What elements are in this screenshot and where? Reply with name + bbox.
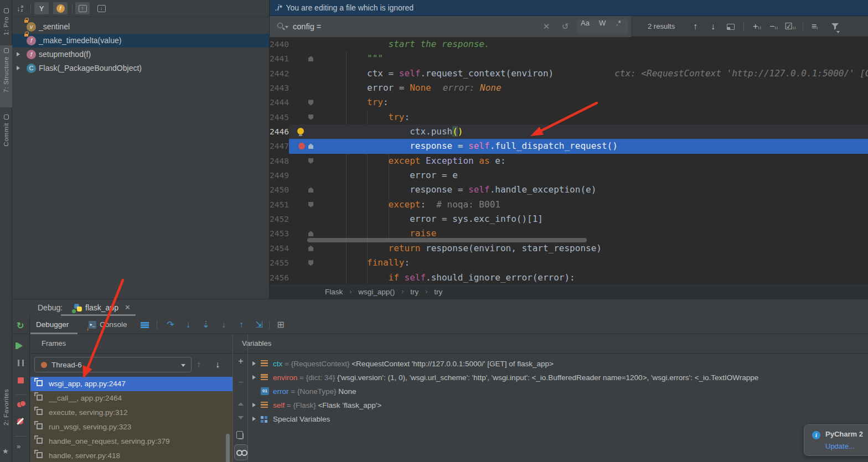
thread-selector[interactable]: Thread-6: [34, 357, 192, 372]
previous-frame-icon[interactable]: ↑: [197, 354, 201, 376]
layout-settings-icon[interactable]: [141, 322, 149, 328]
code-line-2456[interactable]: 2456 if self.should_ignore_error(error):: [270, 271, 868, 284]
words-toggle[interactable]: W: [599, 16, 606, 30]
sort-alphabetically-icon[interactable]: ↓ az: [13, 2, 27, 14]
search-history-icon[interactable]: ↺: [559, 16, 572, 37]
frame-row[interactable]: execute, serving.py:312: [30, 406, 232, 420]
toolwindow-button-structure[interactable]: 7: Structure: [0, 45, 12, 107]
close-tab-icon[interactable]: ✕: [125, 299, 131, 316]
breakpoint-icon[interactable]: [298, 143, 305, 149]
step-out-icon[interactable]: ↑: [234, 316, 249, 334]
frame-row[interactable]: handle_one_request, serving.py:379: [30, 434, 232, 449]
expand-all-icon[interactable]: ↑: [75, 2, 90, 14]
breadcrumb-item[interactable]: try: [434, 288, 442, 296]
code-line-2447[interactable]: 2447 response = self.full_dispatch_reque…: [270, 139, 868, 153]
move-down-icon[interactable]: [238, 416, 244, 419]
resume-icon[interactable]: [17, 342, 23, 349]
fold-up-icon[interactable]: [308, 231, 313, 236]
step-into-my-code-icon[interactable]: ⇣: [199, 316, 213, 334]
move-up-icon[interactable]: [238, 402, 244, 406]
code-line-2442[interactable]: 2442 ctx = self.request_context(environ)…: [270, 66, 868, 81]
search-input[interactable]: config = ✕ ↺ Aa W .*: [270, 16, 631, 37]
frame-row[interactable]: wsgi_app, app.py:2447: [30, 377, 232, 391]
fold-down-icon[interactable]: [308, 158, 313, 164]
remove-watch-icon[interactable]: −: [233, 377, 249, 387]
code-area[interactable]: 2440 start the response.2441 """2442 ctx…: [270, 37, 868, 284]
code-line-2452[interactable]: 2452 error = sys.exc_info()[1]: [270, 212, 868, 226]
structure-item[interactable]: v_sentinel: [12, 20, 269, 34]
match-case-toggle[interactable]: Aa: [581, 16, 590, 30]
expand-arrow-icon[interactable]: [252, 361, 256, 366]
add-watch-icon[interactable]: +: [233, 356, 249, 366]
add-occurrence-icon[interactable]: +II: [751, 16, 764, 39]
remove-occurrence-icon[interactable]: −II: [767, 16, 781, 39]
variable-row[interactable]: self = {Flask} <Flask 'flask_app'>: [249, 398, 868, 412]
variable-row[interactable]: 01error = {NoneType} None: [249, 385, 868, 398]
view-breakpoints-icon[interactable]: [17, 402, 22, 407]
collapse-all-icon[interactable]: ↓: [94, 2, 108, 14]
code-line-2445[interactable]: 2445 try:: [270, 110, 868, 124]
code-line-2443[interactable]: 2443 error = Noneerror: None: [270, 81, 868, 95]
code-line-2449[interactable]: 2449 error = e: [270, 168, 868, 183]
frames-vertical-scrollbar[interactable]: [226, 434, 230, 462]
breadcrumb-item[interactable]: Flask: [325, 288, 343, 296]
code-line-2441[interactable]: 2441 """: [270, 51, 868, 66]
mute-breakpoints-icon[interactable]: [17, 418, 23, 424]
toolwindow-button-favorites[interactable]: 2: Favorites: [0, 386, 12, 442]
code-line-2450[interactable]: 2450 response = self.handle_exception(e): [270, 183, 868, 197]
open-in-find-window-icon[interactable]: [727, 24, 735, 30]
select-all-occurrences-icon[interactable]: ☑II: [784, 16, 797, 39]
fold-up-icon[interactable]: [308, 187, 313, 193]
variable-row[interactable]: Special Variables: [249, 412, 868, 426]
search-query[interactable]: config =: [293, 16, 323, 37]
show-watches-button[interactable]: [234, 444, 248, 460]
structure-item[interactable]: cFlask(_PackageBoundObject): [12, 61, 269, 75]
fold-up-icon[interactable]: [308, 246, 313, 251]
filter-lines-icon[interactable]: ≡I: [808, 16, 822, 39]
rerun-icon[interactable]: ↻: [17, 321, 24, 330]
code-line-2451[interactable]: 2451 except: # noqa: B001: [270, 198, 868, 212]
frame-row[interactable]: run_wsgi, serving.py:323: [30, 420, 232, 434]
fold-up-icon[interactable]: [308, 143, 313, 149]
step-over-icon[interactable]: ↷: [163, 316, 178, 334]
fold-down-icon[interactable]: [308, 202, 313, 207]
structure-item[interactable]: fsetupmethod(f): [12, 48, 269, 61]
fold-down-icon[interactable]: [308, 260, 313, 266]
fold-down-icon[interactable]: [308, 115, 313, 120]
code-line-2454[interactable]: 2454 return response(environ, start_resp…: [270, 241, 868, 256]
code-line-2455[interactable]: 2455 finally:: [270, 256, 868, 270]
previous-occurrence-icon[interactable]: ↑: [689, 16, 702, 37]
toolwindow-button-commit[interactable]: Commit: [0, 112, 12, 156]
pause-icon[interactable]: [18, 360, 24, 366]
variable-row[interactable]: environ = {dict: 34} {'wsgi.version': (1…: [249, 371, 868, 385]
structure-item[interactable]: f_make_timedelta(value): [12, 34, 269, 48]
more-actions-icon[interactable]: »: [17, 442, 20, 450]
code-line-2448[interactable]: 2448 except Exception as e:: [270, 154, 868, 168]
fold-up-icon[interactable]: [308, 56, 313, 61]
intention-bulb-icon[interactable]: [297, 128, 304, 134]
step-into-icon[interactable]: ↓: [181, 316, 195, 334]
variable-row[interactable]: ctx = {RequestContext} <RequestContext '…: [249, 357, 868, 371]
fold-down-icon[interactable]: [308, 100, 313, 105]
breadcrumb-item[interactable]: try: [410, 288, 418, 296]
toolwindow-button-project[interactable]: 1: Pro: [0, 6, 12, 42]
tab-debugger[interactable]: Debugger: [36, 316, 69, 334]
duplicate-watch-icon[interactable]: [238, 433, 244, 439]
next-frame-icon[interactable]: ↓: [215, 354, 220, 376]
expand-arrow-icon[interactable]: [17, 66, 20, 70]
code-line-2440[interactable]: 2440 start the response.: [270, 37, 868, 51]
close-search-icon[interactable]: ✕: [540, 16, 553, 37]
stop-icon[interactable]: [18, 377, 24, 383]
group-methods-icon[interactable]: Y: [34, 2, 49, 14]
update-link[interactable]: Update...: [825, 442, 855, 450]
expand-arrow-icon[interactable]: [17, 52, 20, 56]
expand-arrow-icon[interactable]: [252, 417, 256, 421]
code-line-2444[interactable]: 2444 try:: [270, 95, 868, 110]
filter-icon[interactable]: [831, 23, 839, 30]
frame-row[interactable]: __call__, app.py:2464: [30, 391, 232, 406]
run-to-cursor-icon[interactable]: ⇲: [252, 316, 266, 334]
next-occurrence-icon[interactable]: ↓: [706, 16, 720, 37]
frame-row[interactable]: handle, server.py:418: [30, 449, 232, 462]
search-options-caret-icon[interactable]: [285, 26, 288, 28]
breadcrumb-item[interactable]: wsgi_app(): [358, 288, 395, 296]
